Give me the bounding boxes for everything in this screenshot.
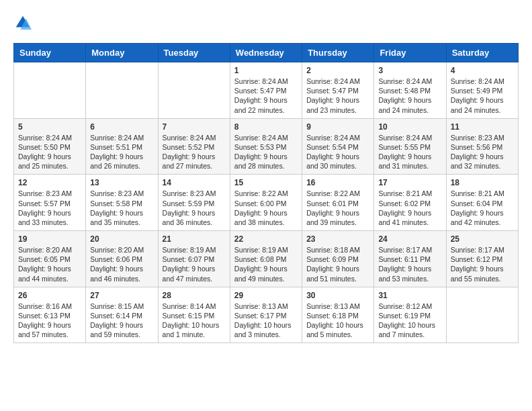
weekday-header-saturday: Saturday [446,44,518,62]
calendar-cell [446,287,518,343]
calendar-cell: 21Sunrise: 8:19 AM Sunset: 6:07 PM Dayli… [158,231,230,287]
calendar-cell: 10Sunrise: 8:24 AM Sunset: 5:55 PM Dayli… [374,118,446,175]
day-number: 1 [234,66,298,75]
calendar-cell: 7Sunrise: 8:24 AM Sunset: 5:52 PM Daylig… [158,118,230,175]
day-info: Sunrise: 8:19 AM Sunset: 6:07 PM Dayligh… [163,245,226,283]
day-info: Sunrise: 8:24 AM Sunset: 5:48 PM Dayligh… [378,77,441,115]
day-number: 7 [163,122,226,132]
day-number: 8 [234,122,298,132]
day-number: 21 [163,234,226,244]
weekday-header-friday: Friday [374,44,446,62]
day-number: 29 [234,291,298,300]
calendar-cell: 11Sunrise: 8:23 AM Sunset: 5:56 PM Dayli… [446,118,518,175]
calendar-body: 1Sunrise: 8:24 AM Sunset: 5:47 PM Daylig… [14,62,519,343]
day-number: 2 [306,66,369,75]
calendar-cell: 29Sunrise: 8:13 AM Sunset: 6:17 PM Dayli… [230,287,302,343]
day-info: Sunrise: 8:24 AM Sunset: 5:49 PM Dayligh… [451,77,514,115]
day-number: 13 [90,178,153,187]
calendar-cell: 24Sunrise: 8:17 AM Sunset: 6:11 PM Dayli… [374,231,446,287]
day-info: Sunrise: 8:24 AM Sunset: 5:55 PM Dayligh… [378,133,441,171]
calendar-cell: 1Sunrise: 8:24 AM Sunset: 5:47 PM Daylig… [230,62,302,119]
day-info: Sunrise: 8:23 AM Sunset: 5:57 PM Dayligh… [18,189,81,227]
calendar-header-row: SundayMondayTuesdayWednesdayThursdayFrid… [14,44,519,62]
day-info: Sunrise: 8:12 AM Sunset: 6:19 PM Dayligh… [378,302,441,340]
day-number: 19 [18,234,81,244]
calendar-cell [14,62,86,119]
calendar-cell: 20Sunrise: 8:20 AM Sunset: 6:06 PM Dayli… [86,231,158,287]
day-info: Sunrise: 8:19 AM Sunset: 6:08 PM Dayligh… [234,245,298,283]
calendar-week-4: 19Sunrise: 8:20 AM Sunset: 6:05 PM Dayli… [14,231,519,287]
calendar-cell: 19Sunrise: 8:20 AM Sunset: 6:05 PM Dayli… [14,231,86,287]
day-info: Sunrise: 8:21 AM Sunset: 6:04 PM Dayligh… [451,189,514,227]
day-info: Sunrise: 8:21 AM Sunset: 6:02 PM Dayligh… [378,189,441,227]
day-number: 15 [234,178,298,187]
day-number: 11 [451,122,514,132]
day-number: 16 [306,178,369,187]
day-info: Sunrise: 8:13 AM Sunset: 6:17 PM Dayligh… [234,302,298,340]
weekday-header-tuesday: Tuesday [158,44,230,62]
weekday-header-thursday: Thursday [302,44,374,62]
weekday-header-sunday: Sunday [14,44,86,62]
day-info: Sunrise: 8:20 AM Sunset: 6:05 PM Dayligh… [18,245,81,283]
day-number: 26 [18,291,81,300]
day-info: Sunrise: 8:22 AM Sunset: 6:01 PM Dayligh… [306,189,369,227]
calendar-cell: 9Sunrise: 8:24 AM Sunset: 5:54 PM Daylig… [302,118,374,175]
calendar-cell: 4Sunrise: 8:24 AM Sunset: 5:49 PM Daylig… [446,62,518,119]
calendar-cell: 28Sunrise: 8:14 AM Sunset: 6:15 PM Dayli… [158,287,230,343]
calendar-cell: 12Sunrise: 8:23 AM Sunset: 5:57 PM Dayli… [14,175,86,231]
calendar-week-5: 26Sunrise: 8:16 AM Sunset: 6:13 PM Dayli… [14,287,519,343]
calendar-cell: 8Sunrise: 8:24 AM Sunset: 5:53 PM Daylig… [230,118,302,175]
logo-icon [13,13,32,32]
day-number: 6 [90,122,153,132]
calendar-cell: 3Sunrise: 8:24 AM Sunset: 5:48 PM Daylig… [374,62,446,119]
calendar-cell: 17Sunrise: 8:21 AM Sunset: 6:02 PM Dayli… [374,175,446,231]
day-number: 5 [18,122,81,132]
day-info: Sunrise: 8:24 AM Sunset: 5:53 PM Dayligh… [234,133,298,171]
calendar-cell: 16Sunrise: 8:22 AM Sunset: 6:01 PM Dayli… [302,175,374,231]
day-number: 10 [378,122,441,132]
page-header [13,13,519,32]
day-info: Sunrise: 8:15 AM Sunset: 6:14 PM Dayligh… [90,302,153,340]
calendar-cell: 27Sunrise: 8:15 AM Sunset: 6:14 PM Dayli… [86,287,158,343]
calendar-cell: 30Sunrise: 8:13 AM Sunset: 6:18 PM Dayli… [302,287,374,343]
calendar-week-1: 1Sunrise: 8:24 AM Sunset: 5:47 PM Daylig… [14,62,519,119]
day-info: Sunrise: 8:24 AM Sunset: 5:54 PM Dayligh… [306,133,369,171]
day-number: 31 [378,291,441,300]
day-number: 9 [306,122,369,132]
day-info: Sunrise: 8:17 AM Sunset: 6:11 PM Dayligh… [378,245,441,283]
day-info: Sunrise: 8:24 AM Sunset: 5:50 PM Dayligh… [18,133,81,171]
day-number: 22 [234,234,298,244]
calendar-cell: 18Sunrise: 8:21 AM Sunset: 6:04 PM Dayli… [446,175,518,231]
calendar-cell: 13Sunrise: 8:23 AM Sunset: 5:58 PM Dayli… [86,175,158,231]
day-number: 20 [90,234,153,244]
weekday-header-wednesday: Wednesday [230,44,302,62]
day-number: 25 [451,234,514,244]
day-number: 14 [163,178,226,187]
day-info: Sunrise: 8:17 AM Sunset: 6:12 PM Dayligh… [451,245,514,283]
day-info: Sunrise: 8:23 AM Sunset: 5:59 PM Dayligh… [163,189,226,227]
calendar-cell: 5Sunrise: 8:24 AM Sunset: 5:50 PM Daylig… [14,118,86,175]
calendar-cell: 26Sunrise: 8:16 AM Sunset: 6:13 PM Dayli… [14,287,86,343]
calendar-cell [158,62,230,119]
calendar-cell: 14Sunrise: 8:23 AM Sunset: 5:59 PM Dayli… [158,175,230,231]
calendar-cell: 2Sunrise: 8:24 AM Sunset: 5:47 PM Daylig… [302,62,374,119]
calendar-week-3: 12Sunrise: 8:23 AM Sunset: 5:57 PM Dayli… [14,175,519,231]
day-number: 30 [306,291,369,300]
day-info: Sunrise: 8:23 AM Sunset: 5:56 PM Dayligh… [451,133,514,171]
calendar-cell: 31Sunrise: 8:12 AM Sunset: 6:19 PM Dayli… [374,287,446,343]
day-number: 24 [378,234,441,244]
day-info: Sunrise: 8:24 AM Sunset: 5:47 PM Dayligh… [306,77,369,115]
day-number: 18 [451,178,514,187]
day-number: 23 [306,234,369,244]
day-info: Sunrise: 8:18 AM Sunset: 6:09 PM Dayligh… [306,245,369,283]
calendar-cell: 22Sunrise: 8:19 AM Sunset: 6:08 PM Dayli… [230,231,302,287]
day-info: Sunrise: 8:13 AM Sunset: 6:18 PM Dayligh… [306,302,369,340]
calendar-week-2: 5Sunrise: 8:24 AM Sunset: 5:50 PM Daylig… [14,118,519,175]
day-number: 4 [451,66,514,75]
day-info: Sunrise: 8:22 AM Sunset: 6:00 PM Dayligh… [234,189,298,227]
day-info: Sunrise: 8:16 AM Sunset: 6:13 PM Dayligh… [18,302,81,340]
calendar-cell [86,62,158,119]
calendar-table: SundayMondayTuesdayWednesdayThursdayFrid… [13,43,519,343]
day-info: Sunrise: 8:20 AM Sunset: 6:06 PM Dayligh… [90,245,153,283]
calendar-cell: 6Sunrise: 8:24 AM Sunset: 5:51 PM Daylig… [86,118,158,175]
